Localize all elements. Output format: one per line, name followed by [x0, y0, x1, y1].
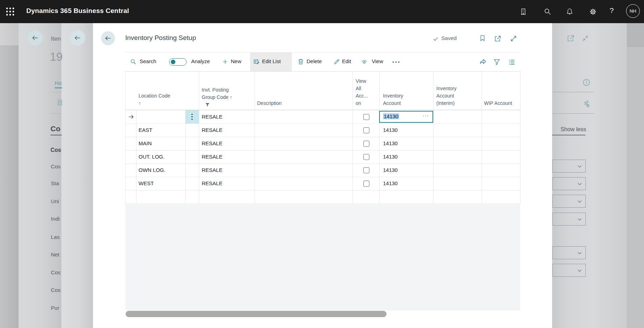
filter-icon[interactable] — [493, 58, 501, 66]
bookmark-icon[interactable] — [479, 35, 486, 41]
background-layer-base-header — [0, 23, 19, 46]
column-header-wip-account[interactable]: WIP Account — [484, 100, 512, 107]
cell-group[interactable]: RESALE — [202, 127, 222, 133]
back-button-dimmed-1[interactable] — [27, 30, 43, 46]
dimmed-dropdown-field[interactable] — [552, 264, 586, 277]
dimmed-subheading: Cos — [51, 147, 61, 153]
dimmed-dropdown-field[interactable] — [552, 160, 586, 173]
cell-group[interactable]: RESALE — [202, 180, 222, 186]
cell-inventory-account[interactable]: 14130 — [383, 180, 398, 186]
background-strip-right — [627, 23, 644, 328]
cell-inventory-account[interactable]: 14130 — [383, 167, 398, 173]
app-title[interactable]: Dynamics 365 Business Central — [26, 7, 129, 15]
checkbox-view-all[interactable] — [363, 167, 369, 173]
toolbar-search-icon — [130, 59, 136, 65]
background-panel-right — [552, 23, 627, 328]
search-icon[interactable] — [544, 8, 551, 15]
show-less-underline — [552, 135, 585, 135]
chevron-down-icon — [577, 199, 583, 205]
back-button-dimmed-2[interactable] — [70, 30, 85, 46]
toolbar-view[interactable]: View — [372, 58, 383, 64]
checkbox-view-all[interactable] — [363, 181, 369, 187]
dimmed-tab-underline — [55, 87, 62, 88]
dimmed-field-label: Sta — [51, 180, 59, 187]
cell-group[interactable]: RESALE — [202, 114, 222, 120]
dimmed-dropdown-field[interactable] — [552, 213, 586, 226]
cell-location[interactable]: OWN LOG. — [139, 167, 166, 173]
toolbar-edit-list[interactable]: Edit List — [262, 58, 281, 64]
checkbox-view-all[interactable] — [363, 154, 369, 160]
dimmed-dropdown-field[interactable] — [552, 195, 586, 208]
column-header-description[interactable]: Description — [257, 100, 282, 107]
toolbar-analyze[interactable]: Analyze — [191, 58, 210, 64]
focused-cell[interactable]: 14130 ··· — [379, 111, 433, 123]
background-layer-middle — [61, 23, 93, 328]
settings-icon[interactable] — [589, 8, 597, 16]
dimmed-tab-home[interactable]: Ho — [55, 80, 62, 86]
saved-status: Saved — [441, 35, 457, 41]
dimmed-field-label: Uni — [51, 198, 59, 205]
cell-group[interactable]: RESALE — [202, 140, 222, 146]
back-button[interactable] — [101, 31, 115, 45]
checkbox-view-all[interactable] — [363, 141, 369, 147]
toolbar-new[interactable]: New — [231, 58, 241, 64]
open-in-window-icon[interactable] — [494, 35, 501, 42]
background-strip-right-header — [627, 23, 644, 47]
cell-location[interactable]: OUT. LOG. — [139, 154, 165, 160]
assist-edit-button[interactable]: ··· — [423, 112, 429, 118]
share-icon[interactable] — [479, 58, 487, 66]
help-icon[interactable]: ? — [610, 6, 614, 15]
column-header-inventory-account[interactable]: InventoryAccount — [383, 92, 403, 107]
expand-icon[interactable] — [510, 35, 517, 42]
avatar[interactable]: NH — [626, 4, 640, 18]
toolbar-search[interactable]: Search — [140, 58, 156, 64]
list-details-icon[interactable] — [508, 59, 515, 66]
dimmed-dropdown-field[interactable] — [552, 177, 586, 190]
table-filler — [126, 204, 520, 310]
view-icon — [361, 59, 368, 65]
cell-inventory-account[interactable]: 14130 — [383, 127, 398, 133]
inventory-posting-setup-page: Inventory Posting Setup Saved Search Ana… — [93, 23, 552, 328]
cell-location[interactable]: EAST — [139, 127, 152, 133]
more-options-icon[interactable] — [392, 61, 400, 63]
dimmed-divider-1 — [51, 92, 62, 92]
info-icon[interactable] — [582, 78, 591, 87]
collapse-icon-dimmed[interactable] — [582, 34, 589, 42]
topbar: Dynamics 365 Business Central ? NH — [0, 0, 644, 23]
cell-inventory-account[interactable]: 14130 — [383, 154, 398, 160]
checkbox-view-all[interactable] — [363, 127, 369, 133]
checkbox-view-all[interactable] — [363, 114, 369, 120]
row-menu-cell[interactable] — [186, 110, 199, 123]
column-header-inventory-account-interim[interactable]: InventoryAccount(Interim) — [436, 85, 457, 107]
toolbar-edit[interactable]: Edit — [342, 58, 351, 64]
open-in-window-icon-dimmed[interactable] — [567, 34, 575, 42]
chevron-down-icon — [577, 216, 583, 222]
cell-inventory-account-input[interactable]: 14130 — [383, 113, 399, 119]
dimmed-field-label: Pur — [51, 305, 59, 311]
toolbar-delete[interactable]: Delete — [307, 58, 322, 64]
dimmed-dropdown-field[interactable] — [552, 246, 586, 259]
cell-inventory-account[interactable]: 14130 — [383, 140, 398, 146]
back-arrow-icon — [104, 34, 112, 42]
horizontal-scrollbar[interactable] — [126, 311, 387, 317]
column-header-invt-posting-group-code[interactable]: Invt. PostingGroup Code ↑ — [202, 86, 232, 107]
cell-location[interactable]: MAIN — [139, 140, 152, 146]
cell-location[interactable]: WEST — [139, 180, 154, 186]
background-layer-base — [0, 23, 19, 328]
report-icon[interactable] — [56, 99, 63, 106]
cell-group[interactable]: RESALE — [202, 167, 222, 173]
pin-off-icon[interactable] — [582, 99, 591, 108]
app-launcher-icon[interactable] — [6, 7, 15, 16]
dimmed-field-label: Cos — [51, 163, 61, 170]
organization-icon[interactable] — [519, 8, 527, 15]
notifications-icon[interactable] — [566, 8, 573, 15]
edit-icon — [334, 59, 340, 65]
column-header-view-all[interactable]: ViewAllAcc...on — [356, 78, 368, 107]
column-header-location-code[interactable]: Location Code↑ — [139, 92, 170, 107]
analyze-toggle[interactable] — [169, 58, 187, 66]
active-row-indicator — [128, 113, 135, 120]
show-less-link[interactable]: Show less — [561, 126, 586, 133]
delete-icon — [297, 58, 304, 65]
cell-group[interactable]: RESALE — [202, 154, 222, 160]
toggle-knob — [171, 60, 175, 64]
